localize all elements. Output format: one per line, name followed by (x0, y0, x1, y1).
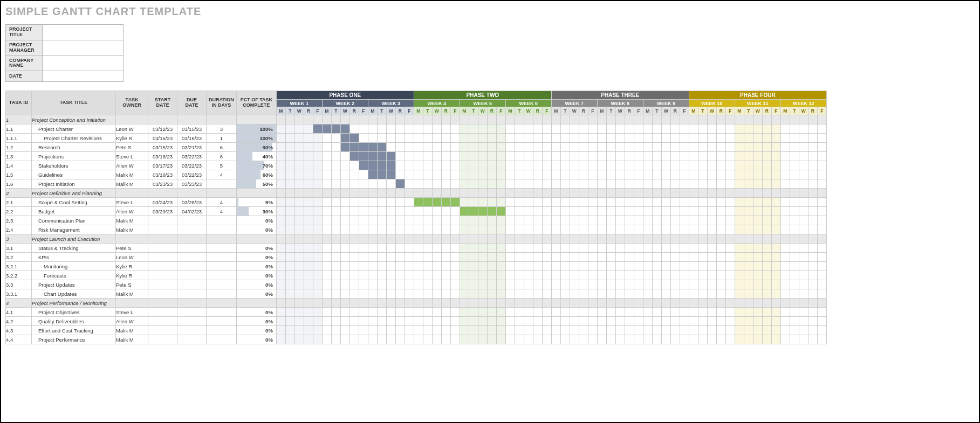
day-cell (478, 161, 487, 170)
day-cell (533, 225, 542, 234)
day-cell (441, 326, 450, 335)
task-title: Quality Deliverables (32, 317, 116, 326)
day-cell (551, 170, 560, 179)
day-cell (634, 198, 643, 207)
day-cell (560, 152, 570, 161)
day-cell (304, 280, 313, 289)
day-cell (606, 280, 615, 289)
day-cell (515, 152, 524, 161)
day-cell (395, 143, 405, 152)
day-cell (368, 198, 377, 207)
day-cell (368, 115, 377, 124)
task-row: 2.3Communication PlanMalik M0% (6, 216, 827, 225)
pct-complete (236, 189, 276, 198)
day-cell (716, 234, 725, 244)
day-cell (725, 326, 735, 335)
task-owner: Steve L (116, 198, 148, 207)
task-row: 4.1Project ObjectivesSteve L0% (6, 308, 827, 317)
day-cell (817, 280, 826, 289)
day-cell (331, 271, 340, 280)
pct-complete: 100% (236, 134, 276, 143)
day-cell (469, 152, 478, 161)
day-cell (744, 299, 753, 308)
day-cell (386, 161, 395, 170)
due-date (177, 289, 207, 299)
day-cell (331, 308, 340, 317)
task-id: 1.4 (6, 161, 32, 170)
day-cell (487, 216, 496, 225)
day-cell (606, 289, 615, 299)
day-cell (606, 152, 615, 161)
day-cell (670, 271, 680, 280)
day-cell (294, 225, 304, 234)
day-cell (670, 326, 680, 335)
day-cell (744, 115, 753, 124)
day-cell (790, 280, 799, 289)
day-cell (680, 189, 689, 198)
day-cell (478, 115, 487, 124)
col-start_date: START DATE (148, 91, 177, 115)
day-cell (359, 225, 368, 234)
day-header: R (716, 107, 725, 115)
day-cell (441, 280, 450, 289)
day-cell (716, 289, 725, 299)
day-cell (469, 244, 478, 253)
day-cell (322, 262, 331, 271)
day-cell (615, 198, 625, 207)
day-cell (386, 253, 395, 262)
meta-value[interactable] (43, 25, 124, 40)
day-cell (698, 198, 707, 207)
day-cell (588, 234, 597, 244)
meta-value[interactable] (43, 71, 124, 82)
day-header: W (570, 107, 579, 115)
day-cell (670, 244, 680, 253)
day-cell (744, 234, 753, 244)
day-cell (533, 326, 542, 335)
day-cell (762, 216, 771, 225)
day-cell (716, 170, 725, 179)
meta-value[interactable] (43, 56, 124, 71)
day-cell (441, 234, 450, 244)
day-cell (386, 115, 395, 124)
meta-value[interactable] (43, 40, 124, 56)
day-cell (790, 170, 799, 179)
day-cell (579, 253, 588, 262)
start-date (148, 216, 177, 225)
day-cell (634, 225, 643, 234)
day-cell (469, 115, 478, 124)
day-cell (579, 244, 588, 253)
day-cell (524, 161, 533, 170)
day-cell (487, 234, 496, 244)
day-cell (405, 124, 414, 134)
day-cell (771, 124, 780, 134)
day-header: R (762, 107, 771, 115)
day-cell (460, 234, 469, 244)
day-header: F (771, 107, 780, 115)
start-date: 03/29/23 (148, 207, 177, 216)
day-cell (588, 326, 597, 335)
day-cell (588, 280, 597, 289)
day-cell (285, 308, 294, 317)
day-cell (799, 216, 808, 225)
day-cell (670, 317, 680, 326)
day-cell (579, 207, 588, 216)
day-cell (533, 262, 542, 271)
day-cell (634, 326, 643, 335)
day-cell (808, 253, 817, 262)
day-cell (487, 244, 496, 253)
day-cell (579, 143, 588, 152)
day-cell (634, 234, 643, 244)
day-cell (496, 335, 505, 344)
day-cell (395, 289, 405, 299)
day-cell (707, 198, 716, 207)
day-cell (735, 161, 744, 170)
day-cell (322, 207, 331, 216)
day-cell (753, 189, 762, 198)
day-cell (551, 134, 560, 143)
day-cell (725, 253, 735, 262)
day-cell (707, 179, 716, 189)
day-cell (331, 189, 340, 198)
day-cell (487, 198, 496, 207)
phase-header: PHASE THREE (551, 91, 689, 100)
day-cell (414, 253, 423, 262)
